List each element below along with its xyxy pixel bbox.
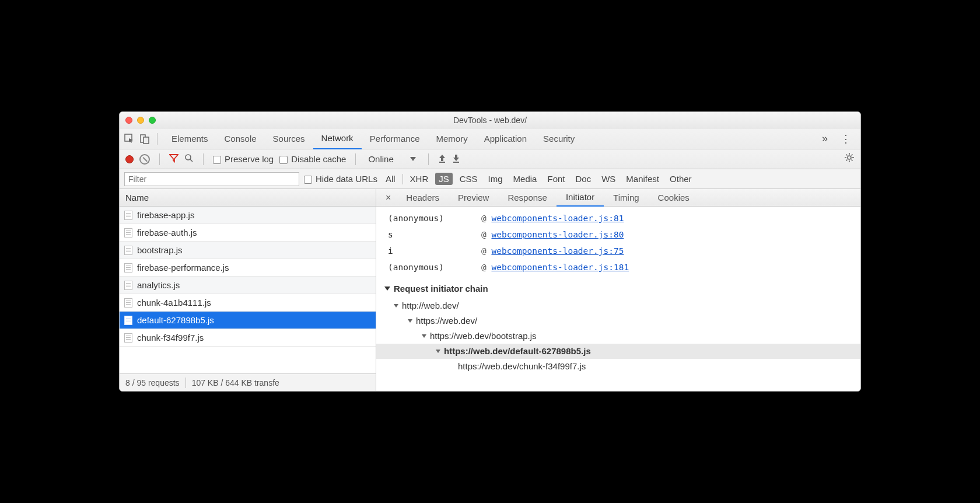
stack-location: @ webcomponents-loader.js:80 bbox=[481, 226, 624, 243]
file-icon bbox=[124, 228, 132, 237]
type-filter-media[interactable]: Media bbox=[510, 173, 541, 185]
request-row[interactable]: chunk-4a1b4111.js bbox=[120, 294, 376, 312]
panel-tab-network[interactable]: Network bbox=[313, 128, 362, 149]
network-settings-icon[interactable] bbox=[844, 152, 855, 166]
svg-line-4 bbox=[190, 159, 192, 162]
filter-bar: Hide data URLs AllXHRJSCSSImgMediaFontDo… bbox=[120, 169, 860, 189]
stack-function: (anonymous) bbox=[388, 210, 470, 226]
svg-rect-5 bbox=[439, 162, 445, 163]
source-link[interactable]: webcomponents-loader.js:75 bbox=[491, 246, 624, 256]
stack-frame: s@ webcomponents-loader.js:80 bbox=[388, 226, 849, 243]
inspect-icon[interactable] bbox=[123, 132, 136, 145]
hide-data-urls-checkbox[interactable]: Hide data URLs bbox=[304, 174, 377, 184]
type-filter-img[interactable]: Img bbox=[485, 173, 506, 185]
chain-node[interactable]: https://web.dev/chunk-f34f99f7.js bbox=[384, 359, 852, 374]
type-filter-manifest[interactable]: Manifest bbox=[622, 173, 663, 185]
network-body: Name firebase-app.jsfirebase-auth.jsboot… bbox=[120, 189, 860, 391]
request-name: firebase-performance.js bbox=[137, 263, 229, 273]
type-filter-css[interactable]: CSS bbox=[456, 173, 481, 185]
device-toggle-icon[interactable] bbox=[138, 132, 151, 145]
svg-line-15 bbox=[852, 155, 853, 156]
detail-tab-headers[interactable]: Headers bbox=[397, 189, 449, 207]
type-filter-ws[interactable]: WS bbox=[598, 173, 619, 185]
svg-point-7 bbox=[848, 156, 851, 159]
request-row[interactable]: bootstrap.js bbox=[120, 242, 376, 259]
settings-kebab-icon[interactable]: ⋮ bbox=[835, 132, 857, 145]
separator bbox=[159, 153, 160, 165]
record-button[interactable] bbox=[125, 155, 134, 163]
request-name: bootstrap.js bbox=[137, 245, 183, 255]
source-link[interactable]: webcomponents-loader.js:181 bbox=[491, 263, 629, 272]
throttle-select[interactable]: Online bbox=[365, 152, 418, 166]
chain-node[interactable]: https://web.dev/bootstrap.js bbox=[384, 329, 852, 344]
disable-cache-label: Disable cache bbox=[291, 154, 346, 164]
panel-tab-elements[interactable]: Elements bbox=[163, 128, 216, 149]
chain-node[interactable]: http://web.dev/ bbox=[384, 298, 852, 313]
file-icon bbox=[124, 298, 132, 308]
disclosure-triangle-icon bbox=[384, 287, 390, 291]
request-name: chunk-f34f99f7.js bbox=[137, 333, 204, 343]
upload-har-icon[interactable] bbox=[438, 153, 446, 165]
file-icon bbox=[124, 316, 132, 325]
detail-tab-response[interactable]: Response bbox=[498, 189, 556, 207]
preserve-log-checkbox[interactable]: Preserve log bbox=[213, 154, 274, 164]
request-row[interactable]: firebase-auth.js bbox=[120, 224, 376, 242]
disclosure-triangle-icon bbox=[436, 350, 440, 353]
type-filter-font[interactable]: Font bbox=[544, 173, 568, 185]
network-toolbar: Preserve log Disable cache Online bbox=[120, 149, 860, 169]
panel-tab-sources[interactable]: Sources bbox=[265, 128, 313, 149]
window-title: DevTools - web.dev/ bbox=[120, 116, 860, 125]
panel-tab-performance[interactable]: Performance bbox=[362, 128, 428, 149]
stack-location: @ webcomponents-loader.js:75 bbox=[481, 243, 624, 259]
separator bbox=[402, 174, 403, 184]
column-header-name[interactable]: Name bbox=[120, 189, 376, 207]
svg-rect-6 bbox=[453, 162, 459, 163]
detail-tab-initiator[interactable]: Initiator bbox=[556, 189, 604, 207]
request-row[interactable]: chunk-f34f99f7.js bbox=[120, 329, 376, 347]
close-detail-button[interactable]: × bbox=[380, 193, 397, 203]
request-row[interactable]: default-627898b5.js bbox=[120, 312, 376, 329]
request-list-pane: Name firebase-app.jsfirebase-auth.jsboot… bbox=[120, 189, 376, 391]
initiator-chain: http://web.dev/https://web.dev/https://w… bbox=[376, 298, 860, 379]
chevron-down-icon bbox=[410, 157, 416, 161]
panel-tab-memory[interactable]: Memory bbox=[428, 128, 476, 149]
status-transfer: 107 KB / 644 KB transfe bbox=[192, 378, 279, 387]
panel-tab-security[interactable]: Security bbox=[535, 128, 583, 149]
request-name: analytics.js bbox=[137, 280, 180, 290]
detail-tab-preview[interactable]: Preview bbox=[449, 189, 498, 207]
source-link[interactable]: webcomponents-loader.js:81 bbox=[491, 214, 624, 223]
download-har-icon[interactable] bbox=[452, 153, 460, 165]
filter-input[interactable] bbox=[124, 172, 299, 186]
clear-button[interactable] bbox=[139, 154, 150, 165]
stack-frame: (anonymous)@ webcomponents-loader.js:181 bbox=[388, 259, 849, 275]
file-icon bbox=[124, 281, 132, 290]
type-filter-all[interactable]: All bbox=[382, 173, 399, 185]
panel-tab-console[interactable]: Console bbox=[216, 128, 265, 149]
search-icon[interactable] bbox=[184, 153, 194, 165]
stack-frame: (anonymous)@ webcomponents-loader.js:81 bbox=[388, 210, 849, 226]
detail-tab-timing[interactable]: Timing bbox=[604, 189, 648, 207]
separator bbox=[355, 153, 356, 165]
disable-cache-checkbox[interactable]: Disable cache bbox=[279, 154, 346, 164]
panel-tab-application[interactable]: Application bbox=[476, 128, 535, 149]
file-icon bbox=[124, 333, 132, 343]
chain-url: https://web.dev/default-627898b5.js bbox=[444, 344, 591, 359]
tabs-overflow-button[interactable]: » bbox=[817, 132, 832, 145]
filter-toggle-icon[interactable] bbox=[169, 153, 178, 165]
stack-function: (anonymous) bbox=[388, 259, 470, 275]
detail-tab-cookies[interactable]: Cookies bbox=[649, 189, 699, 207]
request-row[interactable]: firebase-app.js bbox=[120, 207, 376, 224]
stack-function: i bbox=[388, 243, 470, 259]
type-filter-xhr[interactable]: XHR bbox=[407, 173, 432, 185]
request-row[interactable]: firebase-performance.js bbox=[120, 259, 376, 277]
chain-node[interactable]: https://web.dev/default-627898b5.js bbox=[376, 344, 860, 359]
type-filter-doc[interactable]: Doc bbox=[572, 173, 594, 185]
type-filter-other[interactable]: Other bbox=[666, 173, 695, 185]
type-filter-js[interactable]: JS bbox=[435, 173, 453, 185]
request-name: chunk-4a1b4111.js bbox=[137, 298, 211, 308]
chain-header[interactable]: Request initiator chain bbox=[376, 279, 860, 298]
source-link[interactable]: webcomponents-loader.js:80 bbox=[491, 230, 624, 239]
request-row[interactable]: analytics.js bbox=[120, 277, 376, 294]
disclosure-triangle-icon bbox=[408, 319, 412, 323]
chain-node[interactable]: https://web.dev/ bbox=[384, 313, 852, 329]
